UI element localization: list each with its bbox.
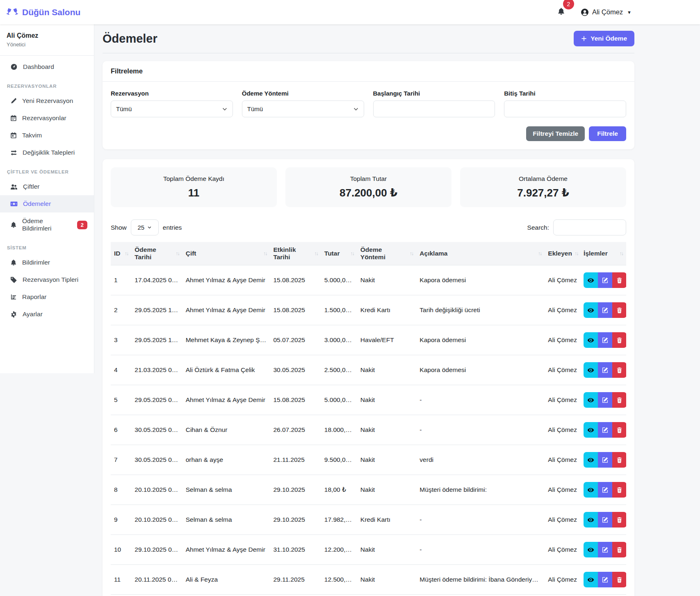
header-divider (103, 53, 634, 53)
sidebar-item-ciftler[interactable]: Çiftler (0, 178, 94, 195)
clear-filter-button[interactable]: Filtreyi Temizle (526, 126, 585, 141)
sidebar-item-takvim[interactable]: Takvim (0, 127, 94, 144)
delete-button[interactable] (612, 302, 626, 318)
sidebar-item-ayarlar[interactable]: Ayarlar (0, 306, 94, 323)
end-date-label: Bitiş Tarihi (504, 90, 626, 97)
cell-method: Nakit (357, 385, 417, 415)
column-header-ekleyen[interactable]: Ekleyen↑↓ (545, 242, 580, 265)
column-header-cift[interactable]: Çift↑↓ (182, 242, 270, 265)
view-button[interactable] (584, 422, 598, 438)
entries-label: entries (163, 224, 182, 231)
cell-id: 11 (111, 565, 131, 595)
view-button[interactable] (584, 362, 598, 378)
sidebar-item-yeni-rezervasyon[interactable]: Yeni Rezervasyon (0, 92, 94, 110)
cell-description: Kapora ödemesi (416, 325, 545, 355)
view-button[interactable] (584, 332, 598, 348)
edit-button[interactable] (598, 542, 612, 557)
column-header-odeme-tarihi[interactable]: Ödeme Tarihi↑↓ (131, 242, 182, 265)
cell-id: 10 (111, 535, 131, 565)
payment-method-select[interactable]: Tümü (242, 100, 364, 117)
notifications-button[interactable]: 2 (557, 7, 565, 17)
view-button[interactable] (584, 482, 598, 498)
new-payment-button[interactable]: Yeni Ödeme (574, 31, 634, 46)
sidebar-item-raporlar[interactable]: Raporlar (0, 288, 94, 306)
search-input[interactable] (553, 219, 626, 235)
column-label: Tutar (324, 250, 340, 257)
column-header-etkinlik-tarihi[interactable]: Etkinlik Tarihi↑↓ (270, 242, 321, 265)
cell-added-by: Ali Çömez (545, 295, 580, 325)
user-name: Ali Çömez (592, 8, 623, 16)
edit-button[interactable] (598, 392, 612, 408)
delete-button[interactable] (612, 392, 626, 408)
cell-method: Havale/EFT (357, 325, 417, 355)
page-size-select[interactable]: 25 (131, 219, 159, 235)
sidebar-item-odeme-bildirimleri[interactable]: Ödeme Bildirimleri2 (0, 212, 94, 237)
delete-button[interactable] (612, 512, 626, 527)
edit-button[interactable] (598, 332, 612, 348)
start-date-input[interactable] (373, 100, 495, 117)
cell-payment-date: 30.05.2025 00:00 (131, 415, 182, 445)
delete-button[interactable] (612, 482, 626, 498)
view-button[interactable] (584, 572, 598, 587)
view-button[interactable] (584, 392, 598, 408)
column-header-id[interactable]: ID↑↓ (111, 242, 131, 265)
cell-id: 7 (111, 445, 131, 475)
cell-description: verdi (416, 445, 545, 475)
cell-id: 4 (111, 355, 131, 385)
delete-button[interactable] (612, 542, 626, 557)
edit-button[interactable] (598, 272, 612, 288)
view-button[interactable] (584, 452, 598, 468)
end-date-input[interactable] (504, 100, 626, 117)
sidebar-item-label: Ödemeler (23, 200, 51, 208)
cell-event-date: 31.10.2025 (270, 535, 321, 565)
delete-button[interactable] (612, 452, 626, 468)
reservation-select[interactable]: Tümü (111, 100, 233, 117)
cell-event-date: 29.10.2025 (270, 475, 321, 505)
edit-button[interactable] (598, 572, 612, 587)
column-header-islemler[interactable]: İşlemler↑↓ (580, 242, 626, 265)
sidebar-item-dashboard[interactable]: Dashboard (0, 58, 94, 75)
apply-filter-button[interactable]: Filtrele (589, 126, 626, 141)
delete-button[interactable] (612, 422, 626, 438)
column-header-odeme-yontemi[interactable]: Ödeme Yöntemi↑↓ (357, 242, 417, 265)
view-button[interactable] (584, 512, 598, 527)
column-header-tutar[interactable]: Tutar↑↓ (321, 242, 357, 265)
cell-payment-date: 29.05.2025 13:35 (131, 295, 182, 325)
sidebar-item-rezervasyon-tipleri[interactable]: Rezervasyon Tipleri (0, 271, 94, 288)
cell-event-date: 21.11.2025 (270, 445, 321, 475)
edit-button[interactable] (598, 302, 612, 318)
delete-button[interactable] (612, 362, 626, 378)
person-circle-icon (581, 8, 589, 16)
brand[interactable]: Düğün Salonu (7, 7, 80, 17)
delete-button[interactable] (612, 332, 626, 348)
cell-amount: 18.000,00 ₺ (321, 415, 357, 445)
sidebar-item-bildirimler[interactable]: Bildirimler (0, 254, 94, 271)
cell-id: 9 (111, 505, 131, 535)
view-button[interactable] (584, 302, 598, 318)
view-button[interactable] (584, 542, 598, 557)
user-menu[interactable]: Ali Çömez ▼ (581, 8, 632, 16)
sidebar-item-odemeler[interactable]: Ödemeler (0, 195, 94, 212)
edit-button[interactable] (598, 482, 612, 498)
cell-payment-date: 20.11.2025 00:00 (131, 565, 182, 595)
eye-icon (587, 546, 594, 553)
cell-couple: orhan & ayşe (182, 445, 270, 475)
gauge-icon (10, 63, 18, 71)
delete-button[interactable] (612, 272, 626, 288)
pen-square-icon (602, 457, 608, 463)
payments-table: ID↑↓Ödeme Tarihi↑↓Çift↑↓Etkinlik Tarihi↑… (111, 242, 626, 595)
sidebar-item-degisiklik-talepleri[interactable]: Değişiklik Talepleri (0, 144, 94, 161)
search-label: Search: (527, 224, 549, 231)
sidebar-item-label: Raporlar (22, 293, 46, 301)
column-header-aciklama[interactable]: Açıklama↑↓ (416, 242, 545, 265)
calendar-day-icon (10, 132, 17, 139)
delete-button[interactable] (612, 572, 626, 587)
edit-button[interactable] (598, 452, 612, 468)
cell-couple: Selman & selma (182, 475, 270, 505)
edit-button[interactable] (598, 362, 612, 378)
sidebar-item-rezervasyonlar[interactable]: Rezervasyonlar (0, 110, 94, 127)
edit-button[interactable] (598, 512, 612, 527)
cell-amount: 9.500,00 ₺ (321, 445, 357, 475)
edit-button[interactable] (598, 422, 612, 438)
view-button[interactable] (584, 272, 598, 288)
